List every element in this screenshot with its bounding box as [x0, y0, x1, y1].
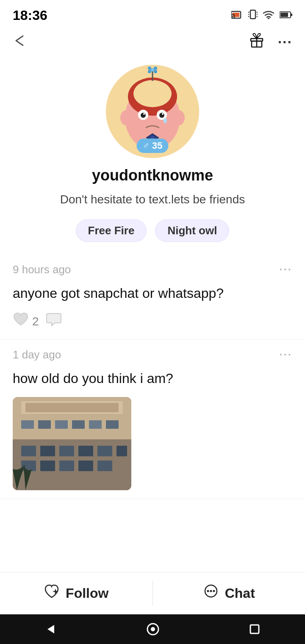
svg-rect-54	[116, 446, 127, 456]
tag-nightowl[interactable]: Night owl	[155, 219, 229, 242]
svg-rect-52	[78, 446, 93, 456]
post-1-more[interactable]: ···	[279, 263, 292, 276]
svg-rect-55	[21, 461, 36, 471]
posts-section: 9 hours ago ··· anyone got snapchat or w…	[0, 255, 305, 550]
chat-icon	[203, 584, 219, 603]
android-recent-button[interactable]	[249, 624, 260, 635]
svg-rect-47	[106, 420, 119, 429]
svg-rect-50	[40, 446, 55, 456]
status-time: 18:36	[13, 8, 47, 23]
post-2-image	[13, 397, 131, 490]
post-2-text: how old do you think i am?	[13, 368, 292, 389]
chat-button[interactable]: Chat	[153, 572, 305, 614]
back-button[interactable]	[13, 33, 28, 51]
svg-point-24	[148, 70, 151, 73]
svg-point-19	[173, 110, 185, 125]
svg-point-65	[213, 590, 215, 592]
svg-point-21	[133, 80, 172, 107]
like-button-1[interactable]: 2	[13, 312, 39, 330]
profile-section: ♂ 35 youdontknowme Don't hesitate to tex…	[0, 61, 305, 255]
post-2-meta: 1 day ago ···	[13, 348, 292, 361]
svg-line-3	[248, 12, 249, 13]
follow-button[interactable]: Follow	[0, 572, 152, 614]
svg-rect-69	[250, 625, 259, 633]
svg-rect-44	[55, 420, 68, 429]
post-2: 1 day ago ··· how old do you think i am?	[0, 340, 305, 499]
status-bar: 18:36	[0, 0, 305, 28]
more-button[interactable]: ···	[278, 34, 292, 50]
svg-rect-57	[59, 461, 74, 471]
svg-point-25	[154, 70, 157, 73]
post-1-actions: 2	[13, 312, 292, 331]
bottom-bar: Follow Chat	[0, 572, 305, 614]
follow-label: Follow	[66, 586, 108, 601]
post-1: 9 hours ago ··· anyone got snapchat or w…	[0, 255, 305, 340]
vibrate-icon	[248, 8, 258, 23]
avatar-container: ♂ 35	[106, 65, 199, 158]
svg-rect-12	[280, 13, 288, 17]
post-1-time: 9 hours ago	[13, 263, 71, 276]
comment-icon-1	[46, 312, 62, 331]
svg-rect-51	[59, 446, 74, 456]
svg-point-26	[148, 67, 151, 70]
svg-rect-49	[21, 446, 36, 456]
svg-point-28	[151, 69, 154, 71]
svg-point-64	[210, 590, 212, 592]
svg-rect-46	[89, 420, 102, 429]
svg-rect-58	[78, 461, 93, 471]
top-nav: ···	[0, 28, 305, 61]
svg-point-18	[120, 110, 132, 125]
svg-line-6	[257, 12, 258, 13]
heart-icon-1	[13, 312, 29, 330]
svg-point-31	[143, 113, 145, 115]
svg-point-63	[207, 590, 209, 592]
svg-rect-11	[291, 14, 292, 16]
svg-line-8	[257, 16, 258, 17]
svg-point-30	[141, 113, 146, 118]
svg-rect-45	[72, 420, 85, 429]
svg-rect-59	[97, 461, 112, 471]
svg-point-27	[154, 67, 157, 70]
svg-marker-66	[47, 625, 54, 633]
svg-rect-43	[38, 420, 51, 429]
bio: Don't hesitate to text.lets be friends	[60, 191, 245, 208]
follow-icon	[44, 584, 60, 603]
like-count-1: 2	[32, 315, 39, 328]
battery-icon	[280, 10, 292, 21]
svg-point-68	[151, 627, 155, 631]
svg-point-9	[268, 18, 269, 19]
tag-freefire[interactable]: Free Fire	[76, 219, 147, 242]
nav-right: ···	[248, 32, 292, 52]
tags-row: Free Fire Night owl	[76, 219, 230, 242]
svg-point-34	[162, 113, 164, 115]
post-1-text: anyone got snapchat or whatsapp?	[13, 283, 292, 303]
cast-icon	[231, 10, 243, 22]
post-1-meta: 9 hours ago ···	[13, 263, 292, 276]
comment-button-1[interactable]	[46, 312, 62, 331]
android-nav	[0, 614, 305, 644]
svg-line-5	[248, 16, 249, 17]
svg-rect-53	[97, 446, 112, 456]
status-icons	[231, 8, 292, 23]
svg-rect-56	[40, 461, 55, 471]
gift-button[interactable]	[248, 32, 265, 52]
chat-label: Chat	[225, 586, 255, 601]
svg-rect-41	[25, 403, 119, 412]
post-2-time: 1 day ago	[13, 348, 61, 361]
svg-point-33	[159, 113, 164, 118]
username: youdontknowme	[92, 167, 213, 184]
android-home-button[interactable]	[147, 623, 159, 636]
post-2-more[interactable]: ···	[279, 348, 292, 361]
svg-rect-2	[250, 10, 255, 19]
android-back-button[interactable]	[45, 623, 57, 635]
age-badge: ♂ 35	[136, 139, 168, 153]
svg-point-35	[164, 118, 167, 123]
wifi-icon	[263, 10, 274, 22]
svg-rect-42	[21, 420, 34, 429]
